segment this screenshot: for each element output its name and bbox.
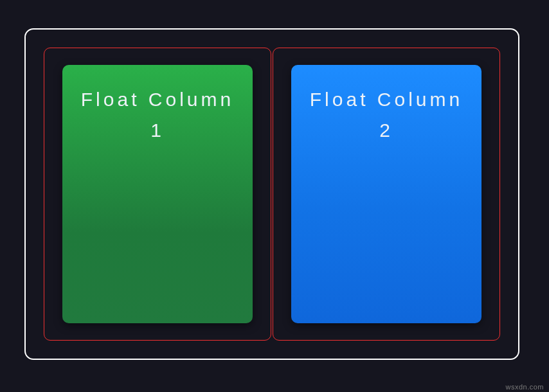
column-cell-1: Float Column 1 [44,48,271,341]
outer-container: Float Column 1 Float Column 2 [24,28,519,360]
columns-wrapper: Float Column 1 Float Column 2 [44,48,500,341]
float-card-2: Float Column 2 [291,65,482,323]
float-card-2-title: Float Column 2 [291,84,482,146]
float-card-1-title: Float Column 1 [62,84,253,146]
column-cell-2: Float Column 2 [273,48,500,341]
float-card-1: Float Column 1 [62,65,253,323]
watermark: wsxdn.com [505,383,544,391]
